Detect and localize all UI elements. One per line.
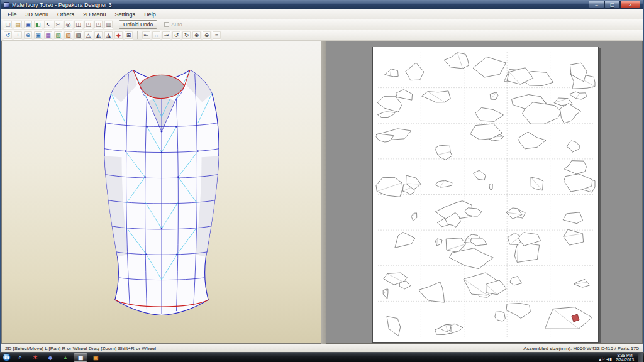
minimize-button[interactable]: – [589,1,604,9]
rotate-left-icon[interactable]: ↺ [172,31,181,40]
pattern-piece[interactable] [506,304,530,319]
pattern-piece[interactable] [383,289,388,299]
unfold-undo-button[interactable]: Unfold Undo [119,20,157,29]
menu-settings[interactable]: Settings [111,11,140,18]
pattern-piece[interactable] [563,212,582,224]
start-button[interactable] [3,353,11,361]
fit-view-icon[interactable]: ▣ [33,31,43,40]
pattern-piece[interactable] [473,57,506,77]
close-button[interactable]: × [620,1,640,9]
maximize-button[interactable]: ▢ [604,1,620,9]
taskbar: e✶◈▲▦▣ ▴⚐◄▮ 8:38 PM 2/24/2013 [0,352,644,362]
auto-checkbox-box[interactable] [164,22,169,27]
pattern-piece[interactable] [385,69,399,77]
pattern-piece[interactable] [396,90,413,101]
window-2d-icon[interactable]: ◳ [94,20,103,29]
pattern-piece[interactable] [570,92,587,99]
pattern-piece[interactable] [435,239,442,246]
menu-2d-menu[interactable]: 2D Menu [79,11,111,18]
align-left-icon[interactable]: ⇤ [142,31,151,40]
taskbar-app-red[interactable]: ✶ [28,353,42,362]
align-right-icon[interactable]: ⇥ [162,31,171,40]
pattern-piece[interactable] [387,316,401,336]
taskbar-app-green[interactable]: ▲ [58,353,72,362]
cut-tool-icon[interactable]: ✂ [53,20,63,29]
pattern-piece[interactable] [495,312,506,321]
check-model-icon[interactable]: ◬ [84,31,93,40]
app-icon [4,2,9,8]
title-bar[interactable]: Male Ivory Torso - Pepakura Designer 3 –… [1,0,643,9]
select-tool-icon[interactable]: ↖ [43,20,53,29]
window-3d-icon[interactable]: ◰ [84,20,93,29]
pattern-piece[interactable] [560,103,581,123]
show-edges-icon[interactable]: ▦ [43,31,53,40]
arrange-icon[interactable]: ≡ [212,31,221,40]
pattern-page[interactable] [372,47,599,343]
zoom-tool-icon[interactable]: ◎ [64,20,73,29]
taskbar-app-orange[interactable]: ▣ [89,353,103,362]
zoom-model-icon[interactable]: ⊕ [23,31,33,40]
tray-network-icon[interactable]: ▮ [609,357,612,361]
tray-icons: ▴⚐◄▮ [599,352,612,362]
new-file-icon[interactable]: ▢ [3,20,13,29]
pattern-piece[interactable] [574,280,590,288]
grid-icon[interactable]: ⊞ [124,31,133,40]
auto-checkbox[interactable]: Auto [164,21,182,28]
pattern-piece[interactable] [475,107,504,121]
pattern-piece[interactable] [545,307,592,329]
divide-face-icon[interactable]: ◭ [94,31,103,40]
pane-splitter[interactable] [321,41,326,344]
pan-model-icon[interactable]: + [13,31,23,40]
align-center-icon[interactable]: ↔ [152,31,161,40]
pattern-piece[interactable] [435,145,452,160]
show-texture-icon[interactable]: ▧ [53,31,63,40]
pattern-piece[interactable] [474,170,486,180]
menu-3d-menu[interactable]: 3D Menu [21,11,53,18]
taskbar-pepakura-designer[interactable]: ▦ [74,353,87,362]
menu-file[interactable]: File [3,11,21,18]
zoom-in-icon[interactable]: ⊕ [192,31,201,40]
pattern-piece[interactable] [567,141,579,152]
pattern-piece[interactable] [465,208,482,216]
main-area [1,41,643,344]
taskbar-clock[interactable]: 8:38 PM 2/24/2013 [613,353,637,362]
pattern-piece[interactable] [411,213,417,221]
torso-3d-model[interactable] [61,59,262,329]
pattern-piece[interactable] [444,53,469,69]
texture-view-icon[interactable]: ◧ [33,20,43,29]
show-numbers-icon[interactable]: ▩ [74,31,83,40]
tray-date: 2/24/2013 [616,358,634,362]
zoom-out-icon[interactable]: ⊖ [202,31,211,40]
menu-help[interactable]: Help [140,11,160,18]
show-flaps-icon[interactable]: ▨ [64,31,73,40]
rotate-model-icon[interactable]: ↺ [3,31,13,40]
open-file-icon[interactable]: ▤ [13,20,23,29]
window-controls: –▢× [589,1,640,9]
pattern-piece[interactable] [518,132,546,149]
join-face-icon[interactable]: ◮ [104,31,113,40]
pattern-piece[interactable] [564,229,584,245]
pattern-piece[interactable] [564,161,586,174]
pattern-piece[interactable] [377,96,402,112]
menu-others[interactable]: Others [53,11,79,18]
3d-viewport[interactable] [1,41,321,344]
save-file-icon[interactable]: ▣ [23,20,33,29]
taskbar-internet-explorer[interactable]: e [13,353,27,362]
pattern-pieces[interactable] [373,47,598,342]
edge-color-icon[interactable]: ◆ [114,31,123,40]
show-desktop-button[interactable] [638,353,643,362]
window-both-icon[interactable]: ▥ [104,20,113,29]
pattern-piece[interactable] [470,238,487,246]
2d-viewport[interactable] [326,41,643,344]
pattern-piece[interactable] [395,233,415,248]
pattern-piece[interactable] [378,112,396,118]
taskbar-apps: e✶◈▲▦▣ [13,353,103,362]
auto-checkbox-label: Auto [171,21,182,28]
pattern-piece[interactable] [419,282,445,302]
taskbar-app-blue[interactable]: ◈ [43,353,57,362]
rotate-right-icon[interactable]: ↻ [182,31,191,40]
pattern-piece[interactable] [435,180,452,187]
pattern-piece[interactable] [510,277,522,285]
measure-tool-icon[interactable]: ◫ [74,20,83,29]
pattern-piece[interactable] [514,243,539,263]
